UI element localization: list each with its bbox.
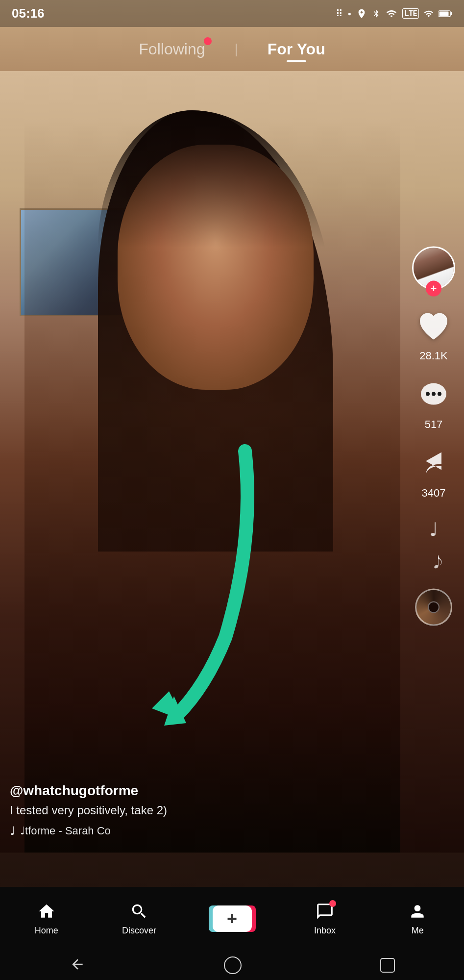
share-action[interactable]: 3407 [414,445,453,500]
tab-following[interactable]: Following [139,40,205,58]
follow-button[interactable]: + [426,281,441,297]
alarm-icon [356,8,367,19]
comment-icon [416,378,451,413]
nav-divider: | [234,41,238,57]
nav-me[interactable]: Me [371,902,464,936]
comment-icon-container [414,376,453,415]
svg-point-6 [426,392,430,396]
svg-point-7 [432,392,436,396]
visualizer-icon: ⠿ [336,8,343,20]
creator-avatar-container: + [412,247,455,290]
status-bar: 05:16 ⠿ ● LTE [0,0,464,27]
nav-discover[interactable]: Discover [93,902,185,936]
svg-rect-4 [451,12,452,15]
music-note-icon: ♩ [414,517,453,542]
music-note-small-icon: ♩ [10,824,15,838]
heart-icon [416,309,451,345]
like-icon-container [414,307,453,347]
nav-inbox[interactable]: Inbox [278,902,371,936]
create-plus-icon: + [227,908,237,929]
inbox-icon-wrapper [316,902,334,923]
following-notification-dot [204,37,212,45]
svg-rect-3 [440,11,449,16]
music-note2-icon: 𝅘𝅥𝅮 [414,551,453,575]
share-count: 3407 [422,487,446,500]
svg-point-8 [438,392,441,396]
tab-for-you[interactable]: For You [268,40,325,58]
video-description: I tested very positively, take 2) [10,804,366,817]
inbox-label: Inbox [314,926,336,936]
top-navigation: Following | For You [0,27,464,71]
right-sidebar: + 28.1K 517 3407 [412,247,455,626]
battery-icon [439,8,452,19]
video-info: @whatchugotforme I tested very positivel… [10,783,366,838]
lte-icon: LTE [402,8,419,19]
home-label: Home [35,926,58,936]
nav-create[interactable]: + [186,905,278,932]
android-home-button[interactable] [224,956,242,974]
discover-icon [130,902,148,923]
comment-action[interactable]: 517 [414,376,453,431]
home-icon [37,902,56,923]
creator-username[interactable]: @whatchugotforme [10,783,366,799]
like-action[interactable]: 28.1K [414,307,453,362]
share-icon-container [414,445,453,484]
bluetooth-icon [372,8,381,19]
create-button[interactable]: + [213,905,252,932]
share-icon [416,447,451,482]
music-info: ♩ ♩tforme - Sarah Co [10,824,366,838]
music-note2-action: 𝅘𝅥𝅮 [414,551,453,575]
music-label: ♩tforme - Sarah Co [20,825,111,837]
me-label: Me [412,926,424,936]
like-count: 28.1K [419,350,448,362]
music-disc-center [428,602,440,613]
android-recents-button[interactable] [380,958,395,973]
nav-home[interactable]: Home [0,902,93,936]
status-icons: ⠿ ● LTE [336,8,452,20]
comment-count: 517 [425,418,443,431]
me-icon [408,902,427,923]
dot-icon: ● [348,10,351,17]
video-content[interactable] [0,71,464,853]
signal-icon [424,8,434,19]
discover-label: Discover [122,926,156,936]
status-time: 05:16 [12,6,45,21]
android-navigation-bar [0,951,464,980]
wifi-icon [386,8,397,19]
inbox-notification-dot [329,900,336,907]
music-notes-action: ♩ [414,517,453,542]
android-back-button[interactable] [70,956,85,974]
music-disc[interactable] [415,589,452,626]
bottom-navigation: Home Discover + Inbox Me [0,887,464,951]
